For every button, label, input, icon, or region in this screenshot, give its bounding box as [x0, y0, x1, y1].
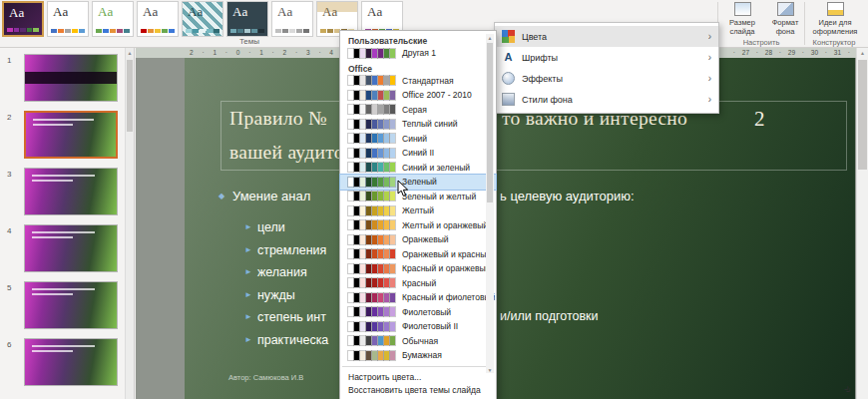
slide-thumbnail-item[interactable]: 4	[0, 223, 125, 277]
color-scheme-item[interactable]: Office 2007 - 2010	[340, 88, 496, 103]
thumb-text-line	[32, 180, 72, 182]
theme-card[interactable]: Aa	[137, 1, 179, 37]
color-scheme-item[interactable]: Оранжевый и красный	[340, 247, 496, 262]
color-scheme-item[interactable]: Фиолетовый	[340, 305, 496, 320]
theme-card[interactable]: Aa	[47, 1, 89, 37]
scroll-up-icon[interactable]: ▲	[126, 48, 134, 56]
slide-thumbnail-item[interactable]: 2	[0, 110, 125, 164]
slide-thumbnail-item[interactable]: 1	[0, 53, 125, 107]
bullet-item[interactable]: ►стремления	[244, 240, 326, 258]
scheme-name: Красный	[402, 278, 436, 288]
color-scheme-item[interactable]: Теплый синий	[340, 117, 496, 132]
theme-card[interactable]: Aa	[2, 1, 44, 37]
slide-thumbnail[interactable]	[24, 54, 118, 102]
panel-scrollbar[interactable]: ▲	[125, 48, 134, 399]
slide-thumbnail[interactable]	[24, 281, 118, 329]
bullet-item[interactable]: ►практическа	[244, 330, 328, 348]
color-scheme-item[interactable]: Желтый	[340, 203, 496, 218]
bullet-arrow-icon: ►	[244, 245, 252, 254]
customize-colors-item[interactable]: Настроить цвета...	[340, 369, 496, 382]
slide-number-label: 3	[7, 170, 11, 179]
menu-item-background-styles[interactable]: Стили фона›	[495, 89, 718, 110]
scroll-down-icon[interactable]: ▼	[486, 367, 494, 373]
scheme-swatches	[348, 91, 395, 100]
theme-letter: Aa	[93, 2, 133, 18]
scheme-swatches	[348, 120, 395, 129]
color-scheme-item[interactable]: Серая	[340, 103, 496, 118]
color-scheme-item[interactable]: Желтый и оранжевый	[340, 218, 496, 233]
reset-theme-colors-item[interactable]: Восстановить цвета темы слайда	[340, 382, 496, 395]
chevron-right-icon: ›	[708, 94, 711, 105]
color-scheme-item[interactable]: Синий и зеленый	[340, 161, 496, 176]
theme-color-strip	[141, 29, 175, 33]
scheme-swatches	[348, 192, 395, 200]
scheme-name: Красный и фиолетовый	[402, 292, 495, 302]
menu-item-effects[interactable]: Эффекты›	[495, 68, 718, 89]
theme-color-strip	[7, 28, 39, 32]
thumb-title-band	[25, 72, 117, 83]
slide-thumbnail[interactable]	[24, 338, 118, 386]
theme-color-strip	[186, 29, 219, 33]
color-scheme-item[interactable]: Красный	[340, 276, 496, 291]
slide-size-button[interactable]: Размер слайда	[720, 2, 764, 36]
color-scheme-item[interactable]: Зеленый	[340, 175, 496, 190]
slide-body-fragment[interactable]: Умение анал	[232, 189, 310, 203]
scheme-swatches	[348, 249, 395, 258]
slide-thumbnail-item[interactable]: 5	[0, 280, 125, 334]
color-scheme-item[interactable]: Стандартная	[340, 74, 496, 89]
scroll-up-icon[interactable]: ▲	[857, 48, 868, 56]
color-scheme-item[interactable]: Синий	[340, 132, 496, 147]
colors-menu-scrollbar[interactable]: ▲ ▼	[486, 34, 494, 373]
bullet-item[interactable]: ►цели	[244, 217, 285, 235]
menu-item-fonts[interactable]: АШрифты›	[495, 47, 718, 68]
theme-letter: Aa	[138, 2, 178, 18]
thumb-text-line	[32, 231, 95, 233]
slide-number-label: 4	[7, 226, 11, 235]
color-scheme-item[interactable]: Зеленый и желтый	[340, 190, 496, 204]
slide-thumbnail[interactable]	[24, 224, 118, 272]
slide-thumbnail-item[interactable]: 3	[0, 167, 125, 220]
slide-body-fragment[interactable]: ь целевую аудиторию:	[500, 189, 635, 203]
color-scheme-item[interactable]: Синий II	[340, 146, 496, 161]
bullet-item[interactable]: ►нужды	[244, 285, 295, 303]
format-background-button[interactable]: Формат фона	[765, 2, 805, 36]
theme-letter: Aa	[183, 2, 222, 18]
bullet-continuation[interactable]: и/или подготовки	[500, 309, 599, 323]
color-scheme-item[interactable]: Оранжевый	[340, 232, 496, 247]
color-scheme-item[interactable]: Другая 1	[340, 46, 496, 61]
main-scrollbar[interactable]: ▲	[856, 48, 868, 399]
color-scheme-item[interactable]: Фиолетовый II	[340, 319, 496, 334]
office-schemes-list: СтандартнаяOffice 2007 - 2010СераяТеплый…	[340, 74, 496, 363]
bullet-item[interactable]: ►желания	[244, 262, 307, 280]
scheme-name: Красный и оранжевый	[402, 263, 490, 273]
menu-item-colors[interactable]: Цвета›	[495, 26, 718, 47]
bullet-arrow-icon: ►	[244, 312, 252, 321]
bullet-text: степень инт	[257, 310, 326, 324]
colors-scrollbar-thumb[interactable]	[487, 43, 493, 202]
scroll-up-icon[interactable]: ▲	[486, 35, 494, 41]
color-scheme-item[interactable]: Бумажная	[340, 348, 496, 363]
color-scheme-item[interactable]: Красный и фиолетовый	[340, 290, 496, 305]
color-scheme-item[interactable]: Обычная	[340, 334, 496, 349]
bullet-item[interactable]: ►степень инт	[244, 307, 326, 325]
slide-title-fragment[interactable]: Правило №	[229, 108, 327, 130]
menu-item-label: Цвета	[522, 32, 547, 42]
theme-card[interactable]: Aa	[226, 1, 268, 37]
theme-card[interactable]: Aa	[182, 1, 223, 37]
theme-card[interactable]: Aa	[92, 1, 134, 37]
main-scrollbar-thumb[interactable]	[858, 60, 867, 170]
variants-dropdown-menu: Цвета›АШрифты›Эффекты›Стили фона›	[494, 22, 719, 114]
slide-thumbnail[interactable]	[24, 168, 118, 215]
design-ideas-button[interactable]: Идеи для оформления	[807, 2, 863, 36]
menu-item-label: Шрифты	[522, 53, 558, 63]
theme-card[interactable]: Aa	[271, 1, 313, 37]
background-styles-icon	[502, 93, 515, 106]
slide-thumbnail-item[interactable]: 6	[0, 337, 125, 391]
scheme-swatches	[348, 278, 395, 287]
thumb-text-line	[33, 124, 73, 126]
slide-thumbnail[interactable]	[24, 111, 118, 159]
customize-group-label: Настроить	[718, 38, 804, 47]
scheme-name: Теплый синий	[402, 119, 457, 129]
color-scheme-item[interactable]: Красный и оранжевый	[340, 261, 496, 276]
panel-scrollbar-thumb[interactable]	[127, 60, 133, 132]
